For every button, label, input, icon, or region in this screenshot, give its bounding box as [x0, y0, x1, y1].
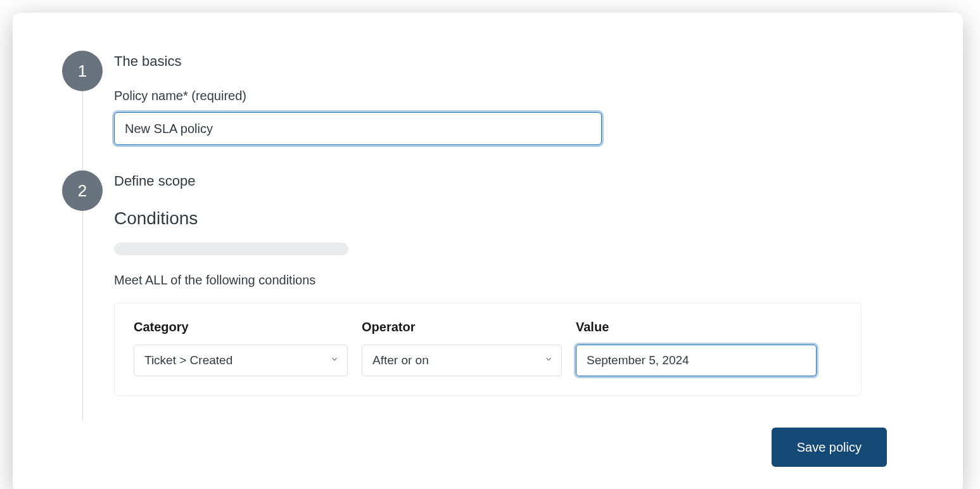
condition-operator-col: Operator After or on [362, 320, 562, 376]
step-scope-content: Define scope Conditions Meet ALL of the … [114, 170, 925, 421]
basics-title: The basics [114, 53, 925, 70]
save-policy-button[interactable]: Save policy [772, 428, 887, 467]
value-label: Value [576, 320, 817, 334]
step-badge-2: 2 [62, 170, 103, 211]
category-label: Category [134, 320, 348, 334]
step-connector-line [82, 211, 83, 421]
scope-title: Define scope [114, 173, 925, 189]
operator-select-value: After or on [362, 345, 562, 376]
condition-value-col: Value [576, 320, 817, 376]
value-input[interactable] [576, 345, 817, 376]
condition-row: Category Ticket > Created Operator After… [134, 320, 842, 376]
step-basics: 1 The basics Policy name* (required) [51, 51, 925, 170]
category-select[interactable]: Ticket > Created [134, 345, 348, 376]
conditions-heading: Conditions [114, 208, 925, 229]
policy-name-label: Policy name* (required) [114, 89, 925, 103]
conditions-box: Category Ticket > Created Operator After… [114, 303, 862, 396]
step-basics-content: The basics Policy name* (required) [114, 51, 925, 170]
operator-label: Operator [362, 320, 562, 334]
step-scope: 2 Define scope Conditions Meet ALL of th… [51, 170, 925, 421]
step-badge-1: 1 [62, 51, 103, 91]
category-select-value: Ticket > Created [134, 345, 348, 376]
step-indicator-1: 1 [51, 51, 114, 170]
condition-category-col: Category Ticket > Created [134, 320, 348, 376]
meet-all-label: Meet ALL of the following conditions [114, 273, 925, 288]
step-indicator-2: 2 [51, 170, 114, 421]
policy-form-card: 1 The basics Policy name* (required) 2 D… [13, 13, 963, 489]
form-actions: Save policy [51, 428, 925, 467]
operator-select[interactable]: After or on [362, 345, 562, 376]
placeholder-bar [114, 243, 348, 255]
policy-name-input[interactable] [114, 112, 602, 145]
